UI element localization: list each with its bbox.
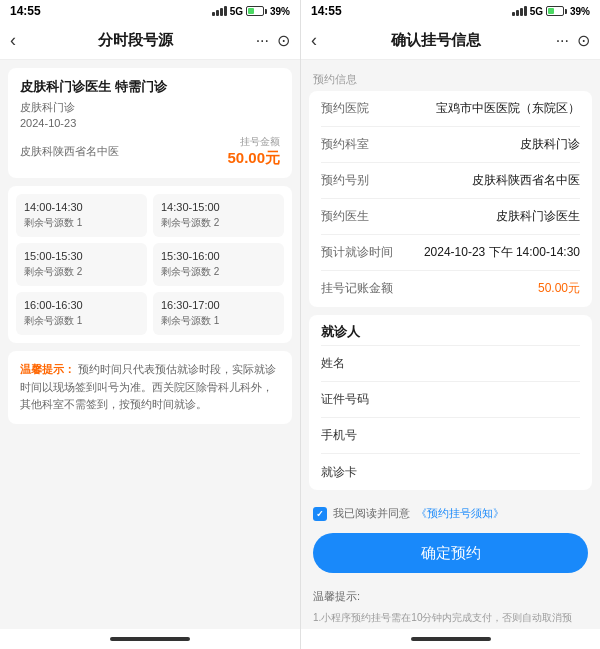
slot-time: 16:30-17:00 [161, 299, 276, 311]
left-nav-bar: ‹ 分时段号源 ··· ⊙ [0, 22, 300, 60]
row-label: 预约医院 [321, 100, 393, 117]
row-value: 皮肤科陕西省名中医 [393, 172, 580, 189]
left-back-button[interactable]: ‹ [10, 30, 16, 51]
info-row: 预约医生 皮肤科门诊医生 [321, 199, 580, 235]
dept-name: 皮肤科门诊 [20, 100, 280, 115]
left-signal-icon [212, 6, 227, 16]
input-field[interactable] [376, 357, 580, 371]
info-row: 预约医院 宝鸡市中医医院（东院区） [321, 91, 580, 127]
left-home-indicator [0, 629, 300, 649]
info-row: 挂号记账金额 50.00元 [321, 271, 580, 307]
row-label: 预约科室 [321, 136, 393, 153]
row-label: 挂号记账金额 [321, 280, 393, 297]
left-panel: 14:55 5G 39% ‹ 分时段号源 ··· ⊙ [0, 0, 300, 649]
row-value: 宝鸡市中医医院（东院区） [393, 100, 580, 117]
right-page-title: 确认挂号信息 [391, 31, 481, 50]
row-value: 50.00元 [393, 280, 580, 297]
input-field[interactable] [376, 429, 580, 443]
appt-date: 2024-10-23 [20, 117, 280, 129]
tip-label: 温馨提示： [20, 363, 75, 375]
tip-text: 温馨提示： 预约时间只代表预估就诊时段，实际就诊时间以现场签到叫号为准。西关院区… [20, 361, 280, 414]
row-label: 预约医生 [321, 208, 393, 225]
appointment-info-section: 预约医院 宝鸡市中医医院（东院区） 预约科室 皮肤科门诊 预约号别 皮肤科陕西省… [309, 91, 592, 307]
price-row: 皮肤科陕西省名中医 挂号金额 50.00元 [20, 135, 280, 168]
slot-item[interactable]: 16:00-16:30 剩余号源数 1 [16, 292, 147, 335]
slot-item[interactable]: 14:30-15:00 剩余号源数 2 [153, 194, 284, 237]
agreement-row: ✓ 我已阅读并同意 《预约挂号须知》 [301, 498, 600, 529]
slot-item[interactable]: 15:30-16:00 剩余号源数 2 [153, 243, 284, 286]
row-label: 预计就诊时间 [321, 244, 393, 261]
right-network-label: 5G [530, 6, 543, 17]
left-battery-icon [246, 6, 267, 16]
right-status-bar: 14:55 5G 39% [301, 0, 600, 22]
right-more-icon[interactable]: ··· [556, 32, 569, 50]
slot-remaining: 剩余号源数 1 [24, 216, 139, 230]
row-value: 皮肤科门诊 [393, 136, 580, 153]
right-battery-label: 39% [570, 6, 590, 17]
input-field[interactable] [376, 393, 580, 407]
row-value: 2024-10-23 下午 14:00-14:30 [393, 244, 580, 261]
bottom-tip: 温馨提示: 1.小程序预约挂号需在10分钟内完成支付，否则自动取消预约。2.就诊… [301, 581, 600, 629]
patient-input-row: 证件号码 [321, 382, 580, 418]
right-signal-icon [512, 6, 527, 16]
input-label: 证件号码 [321, 391, 376, 408]
bottom-tip-item: 1.小程序预约挂号需在10分钟内完成支付，否则自动取消预约。 [313, 610, 588, 629]
right-time: 14:55 [311, 4, 342, 18]
right-nav-icons: ··· ⊙ [556, 31, 590, 50]
right-status-icons: 5G 39% [512, 6, 590, 17]
slot-item[interactable]: 15:00-15:30 剩余号源数 2 [16, 243, 147, 286]
row-value: 皮肤科门诊医生 [393, 208, 580, 225]
patient-input-row: 手机号 [321, 418, 580, 454]
slot-time: 16:00-16:30 [24, 299, 139, 311]
slot-time: 14:30-15:00 [161, 201, 276, 213]
right-content: 预约信息 预约医院 宝鸡市中医医院（东院区） 预约科室 皮肤科门诊 预约号别 皮… [301, 60, 600, 629]
tip-box: 温馨提示： 预约时间只代表预估就诊时段，实际就诊时间以现场签到叫号为准。西关院区… [8, 351, 292, 424]
slot-time: 15:00-15:30 [24, 250, 139, 262]
agreement-checkbox[interactable]: ✓ [313, 507, 327, 521]
row-label: 预约号别 [321, 172, 393, 189]
right-target-icon[interactable]: ⊙ [577, 31, 590, 50]
left-status-icons: 5G 39% [212, 6, 290, 17]
slot-remaining: 剩余号源数 2 [161, 216, 276, 230]
left-nav-icons: ··· ⊙ [256, 31, 290, 50]
left-indicator-bar [110, 637, 190, 641]
info-row: 预约号别 皮肤科陕西省名中医 [321, 163, 580, 199]
slot-item[interactable]: 16:30-17:00 剩余号源数 1 [153, 292, 284, 335]
patient-section-label: 就诊人 [321, 315, 580, 346]
left-network-label: 5G [230, 6, 243, 17]
patient-section: 就诊人 姓名 证件号码 手机号 就诊卡 [309, 315, 592, 490]
appointment-section-header: 预约信息 [301, 66, 600, 91]
slot-remaining: 剩余号源数 1 [161, 314, 276, 328]
check-mark-icon: ✓ [316, 509, 324, 519]
slot-time: 15:30-16:00 [161, 250, 276, 262]
slot-remaining: 剩余号源数 2 [161, 265, 276, 279]
patient-input-row: 姓名 [321, 346, 580, 382]
left-content: 皮肤科门诊医生 特需门诊 皮肤科门诊 2024-10-23 皮肤科陕西省名中医 … [0, 60, 300, 629]
price-label: 挂号金额 [227, 135, 280, 149]
input-label: 就诊卡 [321, 464, 376, 481]
input-field[interactable] [376, 465, 580, 479]
price-value: 50.00元 [227, 149, 280, 168]
info-row: 预计就诊时间 2024-10-23 下午 14:00-14:30 [321, 235, 580, 271]
confirm-button[interactable]: 确定预约 [313, 533, 588, 573]
left-status-bar: 14:55 5G 39% [0, 0, 300, 22]
doctor-name: 皮肤科门诊医生 特需门诊 [20, 78, 280, 96]
right-home-indicator [301, 629, 600, 649]
slots-grid: 14:00-14:30 剩余号源数 1 14:30-15:00 剩余号源数 2 … [16, 194, 284, 335]
agreement-link[interactable]: 《预约挂号须知》 [416, 506, 504, 521]
input-label: 姓名 [321, 355, 376, 372]
right-back-button[interactable]: ‹ [311, 30, 317, 51]
slot-item[interactable]: 14:00-14:30 剩余号源数 1 [16, 194, 147, 237]
appointment-info-card: 皮肤科门诊医生 特需门诊 皮肤科门诊 2024-10-23 皮肤科陕西省名中医 … [8, 68, 292, 178]
left-more-icon[interactable]: ··· [256, 32, 269, 50]
right-battery-icon [546, 6, 567, 16]
left-target-icon[interactable]: ⊙ [277, 31, 290, 50]
info-row: 预约科室 皮肤科门诊 [321, 127, 580, 163]
agreement-prefix: 我已阅读并同意 [333, 506, 410, 521]
slot-remaining: 剩余号源数 2 [24, 265, 139, 279]
slot-time: 14:00-14:30 [24, 201, 139, 213]
slot-remaining: 剩余号源数 1 [24, 314, 139, 328]
left-page-title: 分时段号源 [98, 31, 173, 50]
input-label: 手机号 [321, 427, 376, 444]
right-panel: 14:55 5G 39% ‹ 确认挂号信息 ··· ⊙ [300, 0, 600, 649]
